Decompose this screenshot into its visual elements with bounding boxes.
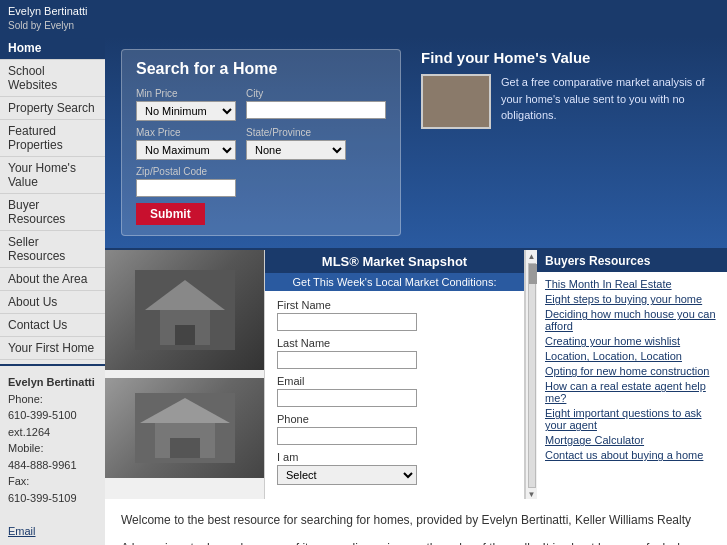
scroll-thumb[interactable] (529, 264, 537, 284)
sidebar-item-school-websites[interactable]: School Websites (0, 60, 105, 97)
buyers-link[interactable]: Eight important questions to ask your ag… (545, 407, 719, 431)
main-content: Search for a Home Min Price No Minimum C… (105, 37, 727, 545)
sidebar: HomeSchool WebsitesProperty SearchFeatur… (0, 37, 105, 545)
sidebar-item-seller-resources[interactable]: Seller Resources (0, 231, 105, 268)
sidebar-item-home[interactable]: Home (0, 37, 105, 60)
search-form-box: Search for a Home Min Price No Minimum C… (121, 49, 401, 236)
welcome-text: Welcome to the best resource for searchi… (121, 511, 711, 530)
sidebar-item-about-us[interactable]: About Us (0, 291, 105, 314)
price-city-row: Min Price No Minimum City (136, 88, 386, 121)
house-thumbnail (421, 74, 491, 129)
mls-field-label-first-name: First Name (277, 299, 512, 311)
find-value-description: Get a free comparative market analysis o… (501, 74, 711, 124)
scroll-down-icon[interactable]: ▼ (528, 490, 536, 499)
max-price-field: Max Price No Maximum (136, 127, 236, 160)
mls-field-label-i-am: I am (277, 451, 512, 463)
search-title: Search for a Home (136, 60, 386, 78)
sidebar-item-contact-us[interactable]: Contact Us (0, 314, 105, 337)
min-price-label: Min Price (136, 88, 236, 99)
buyers-link[interactable]: Deciding how much house you can afford (545, 308, 719, 332)
find-value-content: Get a free comparative market analysis o… (421, 74, 711, 129)
buyers-links-list: This Month In Real EstateEight steps to … (537, 272, 727, 470)
main-text-content: Welcome to the best resource for searchi… (105, 499, 727, 545)
fax-number: 610-399-5109 (8, 490, 97, 507)
max-price-label: Max Price (136, 127, 236, 138)
buyers-link[interactable]: Eight steps to buying your home (545, 293, 719, 305)
svg-rect-7 (170, 438, 200, 458)
city-label: City (246, 88, 386, 99)
fax-label: Fax: (8, 473, 97, 490)
mobile-number: 484-888-9961 (8, 457, 97, 474)
house-image-1 (105, 250, 264, 370)
mls-field-label-phone: Phone (277, 413, 512, 425)
zip-label: Zip/Postal Code (136, 166, 236, 177)
sidebar-item-buyer-resources[interactable]: Buyer Resources (0, 194, 105, 231)
buyers-link[interactable]: Creating your home wishlist (545, 335, 719, 347)
sidebar-item-property-search[interactable]: Property Search (0, 97, 105, 120)
submit-button[interactable]: Submit (136, 203, 205, 225)
mid-section: MLS® Market Snapshot Get This Week's Loc… (105, 248, 727, 499)
mls-input-first-name[interactable] (277, 313, 417, 331)
mls-field-label-last-name: Last Name (277, 337, 512, 349)
buyers-link[interactable]: Opting for new home construction (545, 365, 719, 377)
mls-scrollbar[interactable]: ▲ ▼ (525, 250, 537, 499)
top-section: Search for a Home Min Price No Minimum C… (105, 37, 727, 248)
svg-rect-3 (175, 325, 195, 345)
mls-input-phone[interactable] (277, 427, 417, 445)
submit-row: Submit (136, 203, 386, 225)
mls-subheader: Get This Week's Local Market Conditions: (265, 273, 524, 291)
mls-form: First NameLast NameEmailPhoneI amSelect (265, 291, 524, 499)
buyers-link[interactable]: Mortgage Calculator (545, 434, 719, 446)
mls-input-email[interactable] (277, 389, 417, 407)
site-header: Evelyn Bertinatti Sold by Evelyn (0, 0, 727, 37)
find-value-title: Find your Home's Value (421, 49, 711, 66)
agent-tagline: Sold by Evelyn (8, 19, 719, 33)
zip-row: Zip/Postal Code (136, 166, 386, 197)
phone-label: Phone: (8, 391, 97, 408)
zip-input[interactable] (136, 179, 236, 197)
mls-field-last-name: Last Name (277, 337, 512, 369)
mid-inner: MLS® Market Snapshot Get This Week's Loc… (265, 250, 727, 499)
house-images-panel (105, 250, 265, 499)
mls-input-last-name[interactable] (277, 351, 417, 369)
zip-field: Zip/Postal Code (136, 166, 236, 197)
mls-field-label-email: Email (277, 375, 512, 387)
max-state-row: Max Price No Maximum State/Province None (136, 127, 386, 160)
scroll-up-icon[interactable]: ▲ (528, 252, 536, 261)
sidebar-item-featured-properties[interactable]: Featured Properties (0, 120, 105, 157)
buyers-resources-header: Buyers Resources (537, 250, 727, 272)
state-select[interactable]: None (246, 140, 346, 160)
agent-info: Evelyn Bertinatti Phone: 610-399-5100 ex… (0, 364, 105, 545)
state-label: State/Province (246, 127, 346, 138)
min-price-select[interactable]: No Minimum (136, 101, 236, 121)
sidebar-item-your-first-home[interactable]: Your First Home (0, 337, 105, 360)
buyers-link[interactable]: Contact us about buying a home (545, 449, 719, 461)
email-link[interactable]: Email (8, 525, 36, 537)
sidebar-agent-name: Evelyn Bertinatti (8, 374, 97, 391)
city-input[interactable] (246, 101, 386, 119)
min-price-field: Min Price No Minimum (136, 88, 236, 121)
city-field: City (246, 88, 386, 121)
house-image-2 (105, 378, 264, 478)
mls-field-first-name: First Name (277, 299, 512, 331)
sidebar-nav: HomeSchool WebsitesProperty SearchFeatur… (0, 37, 105, 360)
para-1: A home is not a home because of its room… (121, 539, 711, 545)
phone-number: 610-399-5100 ext.1264 (8, 407, 97, 440)
buyers-link[interactable]: Location, Location, Location (545, 350, 719, 362)
sidebar-item-about-the-area[interactable]: About the Area (0, 268, 105, 291)
mls-snapshot-panel: MLS® Market Snapshot Get This Week's Loc… (265, 250, 525, 499)
buyers-link[interactable]: This Month In Real Estate (545, 278, 719, 290)
agent-name: Evelyn Bertinatti (8, 4, 719, 19)
scroll-track[interactable] (528, 263, 536, 488)
buyers-link[interactable]: How can a real estate agent help me? (545, 380, 719, 404)
max-price-select[interactable]: No Maximum (136, 140, 236, 160)
buyers-resources-panel: Buyers Resources This Month In Real Esta… (537, 250, 727, 499)
mls-select-i-am[interactable]: Select (277, 465, 417, 485)
mls-header: MLS® Market Snapshot (265, 250, 524, 273)
mls-field-i-am: I amSelect (277, 451, 512, 485)
mobile-label: Mobile: (8, 440, 97, 457)
state-field: State/Province None (246, 127, 346, 160)
mls-field-email: Email (277, 375, 512, 407)
sidebar-item-your-homes-value[interactable]: Your Home's Value (0, 157, 105, 194)
mls-field-phone: Phone (277, 413, 512, 445)
